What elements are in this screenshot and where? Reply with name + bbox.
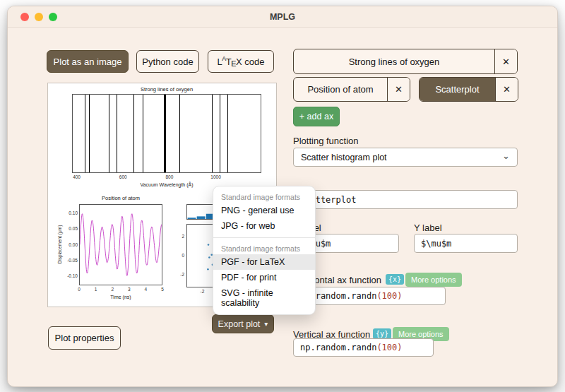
menu-item-pgf[interactable]: PGF - for LaTeX xyxy=(213,254,315,270)
close-ax-button[interactable]: ✕ xyxy=(494,49,517,73)
plotting-function-label: Plotting function xyxy=(293,136,359,146)
more-options-button[interactable]: More options xyxy=(405,273,462,287)
caret-down-icon: ▾ xyxy=(264,320,268,328)
ax-tab-strong-lines-label[interactable]: Strong lines of oxygen xyxy=(294,49,494,73)
spectrum-axes xyxy=(72,94,261,173)
menu-section-label: Standard image formats xyxy=(213,190,315,203)
titlebar: MPLG xyxy=(8,6,557,28)
y-badge: {y} xyxy=(373,328,391,339)
menu-item-png[interactable]: PNG - general use xyxy=(213,203,315,218)
atom-ylabel: Displacement (μm) xyxy=(57,225,62,264)
code-args: (100) xyxy=(376,291,402,301)
code-args: (100) xyxy=(376,343,402,352)
spectrum-title: Strong lines of oxygen xyxy=(72,87,261,93)
x-badge: {x} xyxy=(386,274,404,285)
atom-axes xyxy=(79,204,162,285)
ax-tab-scatterplot-label[interactable]: Scatterplot xyxy=(420,78,495,101)
close-ax-button[interactable]: ✕ xyxy=(387,78,410,101)
export-menu: Standard image formats PNG - general use… xyxy=(213,186,316,315)
plotting-function-select[interactable]: Scatter histogram plot ⌄ xyxy=(293,148,518,167)
menu-item-jpg[interactable]: JPG - for web xyxy=(213,218,315,234)
close-icon: ✕ xyxy=(502,57,510,67)
close-icon: ✕ xyxy=(503,84,511,95)
atom-curve xyxy=(80,214,162,276)
y-label-input[interactable] xyxy=(414,234,518,253)
window-title: MPLG xyxy=(8,6,557,28)
plot-properties-button[interactable]: Plot properties xyxy=(48,326,121,350)
latex-logo-part: code xyxy=(242,57,265,67)
menu-item-svg[interactable]: SVG - infinite scalability xyxy=(213,285,315,311)
vertical-fn-input[interactable]: np.random.randn(100) xyxy=(293,338,434,357)
close-icon: ✕ xyxy=(395,84,403,95)
mplg-window: MPLG Plot as an image Python code LATEX … xyxy=(7,6,558,387)
ax-tab-strong-lines: Strong lines of oxygen ✕ xyxy=(293,49,518,74)
export-plot-label: Export plot xyxy=(218,319,261,329)
atom-xlabel: Time (ns) xyxy=(79,295,162,299)
atom-title: Position of atom xyxy=(79,196,162,201)
y-label-label: Y label xyxy=(414,222,442,233)
latex-logo-part: A xyxy=(222,55,226,62)
chevron-down-icon: ⌄ xyxy=(502,151,510,160)
ax-tab-position-of-atom-label[interactable]: Position of atom xyxy=(294,78,387,101)
ax-tab-position-of-atom: Position of atom ✕ xyxy=(293,77,410,102)
menu-divider xyxy=(213,237,315,238)
plot-as-image-button[interactable]: Plot as an image xyxy=(47,50,129,73)
python-code-button[interactable]: Python code xyxy=(136,50,199,73)
ax-tab-scatterplot: Scatterplot ✕ xyxy=(419,77,518,102)
plotting-function-value: Scatter histogram plot xyxy=(301,153,387,162)
add-ax-button[interactable]: + add ax xyxy=(293,107,340,126)
latex-code-button[interactable]: LATEX code xyxy=(208,50,274,73)
desktop: MPLG Plot as an image Python code LATEX … xyxy=(0,0,565,392)
export-plot-button[interactable]: Export plot▾ xyxy=(212,314,274,333)
code-text: np.random.randn xyxy=(300,343,376,352)
close-ax-button[interactable]: ✕ xyxy=(495,78,518,101)
latex-logo-part: E xyxy=(231,59,236,68)
menu-item-pdf[interactable]: PDF - for print xyxy=(213,270,315,285)
atom-plot-svg xyxy=(80,205,162,285)
plot-title-input[interactable] xyxy=(293,190,518,209)
menu-section-label: Standard image formats xyxy=(213,242,315,254)
latex-logo-part: X xyxy=(236,57,242,67)
horizontal-fn-input[interactable]: np.random.randn(100) xyxy=(293,287,446,305)
